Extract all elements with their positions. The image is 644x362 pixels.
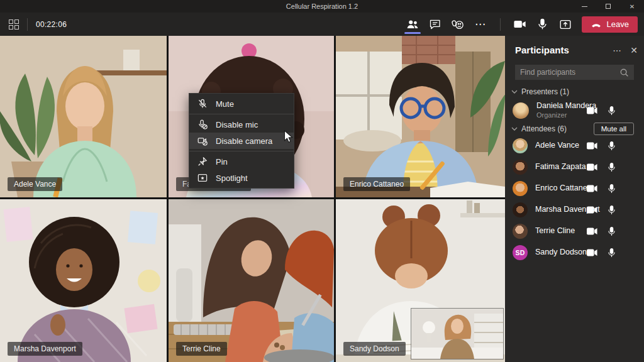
avatar: SD bbox=[513, 245, 528, 260]
video-tile-terrie-cline[interactable]: Terrie Cline bbox=[169, 199, 334, 362]
more-options-icon: ⋯ bbox=[475, 21, 486, 28]
reactions-icon bbox=[450, 17, 465, 31]
avatar bbox=[513, 202, 528, 217]
video-tile-sandy-dodson[interactable]: Sandy Dodson bbox=[336, 199, 505, 362]
camera-on-icon bbox=[587, 142, 597, 150]
participant-name: Sandy Dodson bbox=[535, 248, 587, 258]
titlebar: Cellular Respiration 1.2 ✕ bbox=[0, 0, 644, 13]
maximize-icon bbox=[606, 4, 611, 9]
row-status-icons bbox=[587, 156, 615, 178]
close-button[interactable]: ✕ bbox=[620, 0, 644, 13]
attendees-section-header[interactable]: Attendees (6) Mute all bbox=[511, 122, 634, 136]
presenters-header-label: Presenters (1) bbox=[521, 87, 569, 96]
panel-close-icon[interactable]: ✕ bbox=[630, 45, 638, 55]
camera-disable-icon bbox=[197, 136, 208, 146]
camera-button[interactable] bbox=[509, 13, 531, 36]
avatar bbox=[513, 181, 528, 196]
video-feed bbox=[336, 36, 505, 197]
search-icon bbox=[619, 68, 629, 77]
maximize-button[interactable] bbox=[596, 0, 620, 13]
menu-item-mute[interactable]: Mute bbox=[189, 96, 294, 112]
video-tile-enrico-cattaneo[interactable]: Enrico Cattaneo bbox=[336, 36, 505, 197]
mic-on-icon bbox=[608, 184, 615, 194]
participant-row-enrico-cattaneo[interactable]: Enrico Cattaneo bbox=[505, 178, 644, 199]
leave-label: Leave bbox=[607, 19, 629, 29]
meeting-timer: 00:22:06 bbox=[36, 20, 67, 29]
participant-row-terrie-cline[interactable]: Terrie Cline bbox=[505, 221, 644, 242]
participant-name-chip: Adele Vance bbox=[8, 177, 62, 191]
video-feed bbox=[0, 36, 167, 197]
menu-item-disable-mic[interactable]: Disable mic bbox=[189, 116, 294, 133]
participant-row-sandy-dodson[interactable]: SD Sandy Dodson bbox=[505, 242, 644, 263]
participant-name: Adele Vance bbox=[535, 141, 579, 151]
participants-panel: Participants ⋯ ✕ Presenters (1) bbox=[505, 36, 644, 362]
avatar bbox=[513, 138, 528, 153]
microphone-button[interactable] bbox=[531, 13, 554, 36]
mute-all-button[interactable]: Mute all bbox=[594, 123, 634, 135]
leave-button[interactable]: Leave bbox=[582, 16, 638, 33]
video-feed bbox=[0, 199, 167, 362]
participant-name: Enrico Cattaneo bbox=[535, 184, 592, 194]
gallery-view-icon[interactable] bbox=[9, 19, 19, 30]
menu-item-label: Mute bbox=[216, 99, 234, 109]
mic-on-icon bbox=[608, 163, 615, 172]
meeting-toolbar: 00:22:06 ⋯ bbox=[0, 13, 644, 36]
reactions-button[interactable] bbox=[447, 13, 469, 36]
chat-icon bbox=[428, 18, 441, 31]
minimize-button[interactable] bbox=[572, 0, 596, 13]
spotlight-icon bbox=[197, 173, 208, 183]
row-status-icons bbox=[587, 199, 615, 221]
window-title: Cellular Respiration 1.2 bbox=[286, 3, 358, 10]
menu-item-spotlight[interactable]: Spotlight bbox=[189, 170, 294, 186]
menu-item-pin[interactable]: Pin bbox=[189, 153, 294, 170]
mic-on-icon bbox=[608, 141, 615, 151]
meeting-main: Adele Vance bbox=[0, 36, 644, 362]
video-tile-marsha-davenport[interactable]: Marsha Davenport bbox=[0, 199, 167, 362]
find-participants-search[interactable] bbox=[515, 65, 634, 80]
self-view-pip[interactable] bbox=[411, 309, 503, 359]
mic-on-icon bbox=[608, 206, 615, 215]
participant-name: Fatima Zapata bbox=[535, 162, 586, 172]
people-icon bbox=[406, 18, 419, 31]
presenters-section-header[interactable]: Presenters (1) bbox=[511, 87, 634, 96]
participant-name: Terrie Cline bbox=[182, 344, 221, 353]
participant-row-marsha-davenport[interactable]: Marsha Davenport bbox=[505, 199, 644, 221]
panel-more-options-icon[interactable]: ⋯ bbox=[613, 45, 621, 55]
participant-name-chip: Marsha Davenport bbox=[8, 342, 82, 356]
panel-header-icons: ⋯ ✕ bbox=[613, 45, 638, 55]
participant-row-fatima-zapata[interactable]: Fatima Zapata bbox=[505, 156, 644, 178]
menu-item-disable-camera[interactable]: Disable camera bbox=[189, 133, 294, 149]
chat-button[interactable] bbox=[424, 13, 447, 36]
search-input[interactable] bbox=[520, 68, 619, 77]
active-tab-underline bbox=[404, 32, 421, 34]
video-tile-adele-vance[interactable]: Adele Vance bbox=[0, 36, 167, 197]
share-screen-icon bbox=[558, 18, 572, 31]
participant-name-chip: Sandy Dodson bbox=[343, 342, 406, 356]
menu-separator bbox=[189, 114, 294, 114]
window-controls: ✕ bbox=[572, 0, 644, 13]
participant-name: Sandy Dodson bbox=[350, 344, 399, 353]
menu-item-label: Disable camera bbox=[216, 136, 272, 146]
teams-meeting-window: Cellular Respiration 1.2 ✕ 00:22:06 bbox=[0, 0, 644, 362]
more-options-button[interactable]: ⋯ bbox=[469, 13, 492, 36]
participant-row-daniela-mandera[interactable]: Daniela Mandera Organizer bbox=[505, 99, 644, 123]
participant-name-chip: Terrie Cline bbox=[176, 342, 227, 356]
avatar-initials: SD bbox=[515, 249, 525, 256]
mic-on-icon bbox=[608, 227, 615, 236]
camera-on-icon bbox=[587, 249, 597, 256]
participant-row-adele-vance[interactable]: Adele Vance bbox=[505, 135, 644, 156]
participant-name: Terrie Cline bbox=[535, 226, 575, 236]
menu-item-label: Pin bbox=[216, 157, 228, 167]
camera-on-icon bbox=[587, 206, 597, 214]
camera-on-icon bbox=[587, 185, 597, 192]
share-screen-button[interactable] bbox=[554, 13, 577, 36]
menu-separator bbox=[189, 151, 294, 151]
row-status-icons bbox=[587, 178, 615, 199]
mic-slash-icon bbox=[197, 99, 208, 109]
camera-on-icon bbox=[587, 228, 597, 235]
pin-icon bbox=[197, 156, 208, 167]
camera-on-icon bbox=[587, 107, 597, 114]
participants-button[interactable] bbox=[401, 13, 424, 36]
menu-item-label: Disable mic bbox=[216, 120, 258, 129]
video-feed bbox=[169, 199, 334, 362]
